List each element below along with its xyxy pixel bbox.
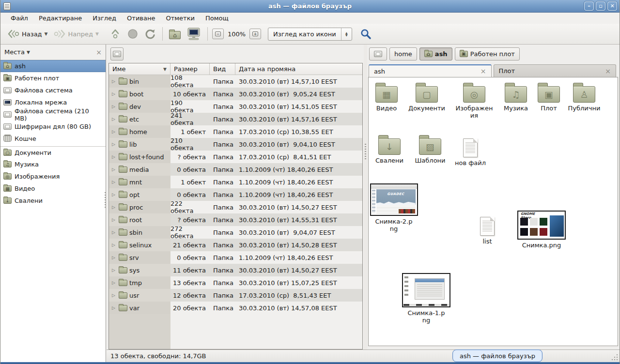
sidebar-item[interactable]: ash (0, 60, 106, 72)
tab[interactable]: Плот × (494, 64, 617, 77)
maximize-button[interactable]: ▫ (596, 1, 605, 11)
file-icon-item[interactable]: ▦ Видео (368, 82, 407, 112)
file-icon-item[interactable]: нов файл (450, 138, 491, 167)
sidebar-item[interactable]: Шифриран дял (80 GB) (0, 121, 106, 133)
breadcrumb-button[interactable] (369, 47, 387, 61)
expander-icon[interactable]: ▷ (112, 154, 117, 159)
file-icon-item[interactable]: Снимка.png (521, 211, 562, 249)
menu-item[interactable]: Отиване (122, 13, 160, 23)
table-row[interactable]: ▷ dev 190 обекта Папка 30.03.2010 (вт) 1… (109, 100, 362, 113)
table-row[interactable]: ▷ lib 210 обекта Папка 30.03.2010 (вт) 9… (109, 138, 362, 151)
back-button[interactable]: Назад ▼ (4, 27, 51, 41)
pane-splitter[interactable] (364, 45, 367, 349)
column-header-type[interactable]: Вид (210, 63, 235, 75)
expander-icon[interactable]: ▷ (112, 255, 117, 260)
sidebar-item[interactable]: Свалени (0, 195, 106, 207)
table-row[interactable]: ▷ bin 108 обекта Папка 30.03.2010 (вт) 1… (109, 75, 362, 88)
expander-icon[interactable]: ▷ (112, 280, 117, 285)
chevron-down-icon[interactable]: ▼ (27, 50, 30, 55)
table-row[interactable]: ▷ media 0 обекта Папка 1.10.2009 (чт) 18… (109, 163, 362, 176)
menu-item[interactable]: Файл (5, 13, 33, 23)
breadcrumb-button[interactable]: home (389, 47, 417, 61)
table-row[interactable]: ▷ home 1 обект Папка 17.03.2010 (ср) 10,… (109, 125, 362, 138)
sidebar-close-icon[interactable]: × (96, 48, 102, 56)
table-row[interactable]: ▷ usr 12 обекта Папка 17.03.2010 (ср) 8,… (109, 289, 362, 302)
file-icon-item[interactable]: ▣ Плот (528, 82, 569, 112)
search-button[interactable] (357, 26, 374, 42)
table-row[interactable]: ▷ opt 0 обекта Папка 1.10.2009 (чт) 18,4… (109, 188, 362, 201)
tab[interactable]: ash × (369, 64, 492, 77)
column-header-name[interactable]: Име ▼ (109, 63, 170, 75)
back-dropdown-icon[interactable]: ▼ (45, 31, 48, 36)
expander-icon[interactable]: ▷ (112, 230, 117, 235)
file-icon-item[interactable]: ▨ Шаблони (410, 135, 450, 164)
menu-item[interactable]: Помощ (200, 13, 234, 23)
menu-item[interactable]: Изглед (87, 13, 122, 23)
stop-button[interactable] (124, 26, 141, 42)
file-icon-item[interactable]: Снимка-2.png (373, 183, 414, 233)
table-row[interactable]: ▷ proc 222 обекта Папка 30.03.2010 (вт) … (109, 201, 362, 213)
expander-icon[interactable]: ▷ (112, 217, 117, 222)
expander-icon[interactable]: ▷ (112, 268, 117, 273)
close-button[interactable]: ✕ (607, 1, 617, 11)
expander-icon[interactable]: ▷ (112, 167, 117, 172)
sidebar-item[interactable]: Документи (0, 146, 106, 158)
reload-button[interactable] (141, 26, 159, 42)
expander-icon[interactable]: ▷ (112, 91, 117, 96)
expander-icon[interactable]: ▷ (112, 305, 117, 310)
computer-button[interactable] (184, 25, 204, 43)
expander-icon[interactable]: ▷ (112, 104, 117, 109)
go-up-button[interactable] (107, 26, 124, 42)
sidebar-resize-grip[interactable] (105, 192, 106, 209)
expander-icon[interactable]: ▷ (112, 205, 117, 210)
file-icon-item[interactable]: ◎ Изображения (454, 82, 495, 120)
tab-close-icon[interactable]: × (605, 67, 611, 75)
expander-icon[interactable]: ▷ (112, 129, 117, 134)
table-row[interactable]: ▷ srv 0 обекта Папка 1.10.2009 (чт) 18,4… (109, 251, 362, 264)
view-mode-select[interactable]: Изглед като икони ▲▼ (268, 28, 352, 41)
breadcrumb-button[interactable]: Работен плот (455, 47, 520, 61)
menu-item[interactable]: Отметки (160, 13, 200, 23)
expander-icon[interactable]: ▷ (112, 79, 117, 84)
file-icon-item[interactable]: ▢ Документи (406, 82, 447, 112)
table-row[interactable]: ▷ boot 10 обекта Папка 30.03.2010 (вт) 9… (109, 88, 362, 100)
root-filesystem-button[interactable] (110, 47, 124, 61)
spinner-icon[interactable]: ▲▼ (341, 28, 352, 40)
expander-icon[interactable]: ▷ (112, 192, 117, 197)
sidebar-item[interactable]: Работен плот (0, 72, 106, 84)
expander-icon[interactable]: ▷ (112, 293, 117, 298)
table-row[interactable]: ▷ selinux 21 обекта Папка 30.03.2010 (вт… (109, 239, 362, 251)
sidebar-item[interactable]: Локална мрежа (0, 96, 106, 108)
file-icon-item[interactable]: list (467, 217, 508, 245)
table-row[interactable]: ▷ sys 11 обекта Папка 30.03.2010 (вт) 14… (109, 264, 362, 276)
minimize-button[interactable]: – (584, 1, 594, 11)
zoom-out-button[interactable]: − (212, 29, 224, 39)
zoom-in-button[interactable]: + (249, 29, 261, 39)
table-row[interactable]: ▷ var 20 обекта Папка 30.03.2010 (вт) 14… (109, 302, 362, 314)
expander-icon[interactable]: ▷ (112, 180, 117, 184)
column-header-date[interactable]: Дата на промяна (235, 63, 362, 75)
resize-grip-icon[interactable] (612, 354, 619, 361)
forward-button[interactable]: Напред ▼ (51, 27, 102, 41)
file-icon-item[interactable]: ↓ Свалени (369, 135, 410, 164)
column-header-size[interactable]: Размер (170, 63, 210, 75)
sidebar-header-label[interactable]: Места (4, 48, 25, 56)
home-button[interactable] (166, 27, 184, 41)
tab-close-icon[interactable]: × (480, 67, 486, 75)
table-row[interactable]: ▷ root ? обекта Папка 30.03.2010 (вт) 14… (109, 213, 362, 226)
table-row[interactable]: ▷ etc 241 обекта Папка 30.03.2010 (вт) 1… (109, 113, 362, 125)
expander-icon[interactable]: ▷ (112, 117, 117, 121)
expander-icon[interactable]: ▷ (112, 243, 117, 247)
icon-view[interactable]: ▦ Видео ▢ Документи (368, 77, 618, 346)
sidebar-item[interactable]: Видео (0, 182, 106, 195)
sidebar-item[interactable]: Файлова система (210 MB) (0, 108, 106, 121)
expander-icon[interactable]: ▷ (112, 142, 117, 147)
forward-dropdown-icon[interactable]: ▼ (95, 31, 99, 36)
breadcrumb-button[interactable]: ash (419, 47, 452, 61)
file-icon-item[interactable]: Снимка-1.png (406, 273, 447, 324)
sidebar-item[interactable]: Музика (0, 158, 106, 170)
sidebar-item[interactable]: Кошче (0, 133, 106, 145)
sidebar-item[interactable]: Изображения (0, 170, 106, 182)
sidebar-item[interactable]: Файлова система (0, 84, 106, 96)
table-row[interactable]: ▷ lost+found ? обекта Папка 17.03.2010 (… (109, 151, 362, 163)
